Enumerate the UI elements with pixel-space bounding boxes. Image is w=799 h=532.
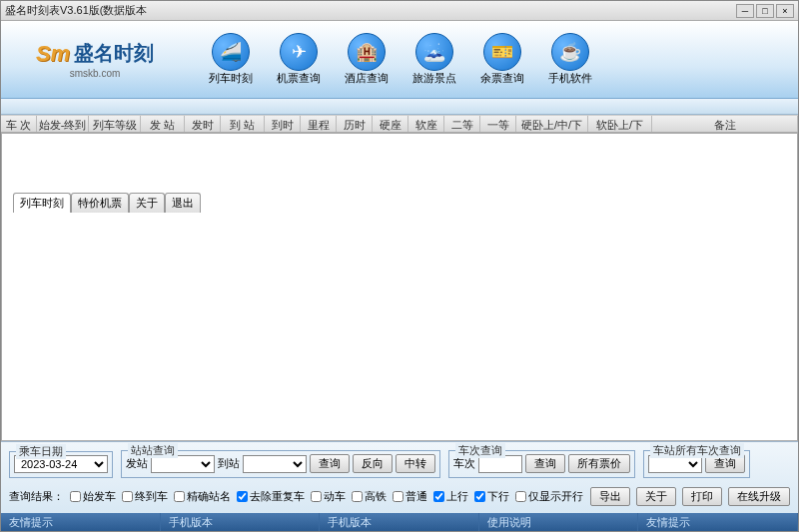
nav-label: 酒店查询 [345,71,389,86]
tab-discount-flights[interactable]: 特价机票 [71,193,129,213]
status-mobile2[interactable]: 手机版本 [320,513,479,531]
print-button[interactable]: 打印 [682,487,722,506]
tab-about[interactable]: 关于 [129,193,165,213]
nav-flight-query[interactable]: ✈机票查询 [277,33,321,86]
col-first-class[interactable]: 一等 [480,116,516,132]
chk-remove-dup[interactable]: 去除重复车 [237,489,305,504]
nav-scenic-spots[interactable]: 🗻旅游景点 [412,33,456,86]
result-label: 查询结果： [9,489,64,504]
chk-hsr[interactable]: 高铁 [352,489,387,504]
status-tips2[interactable]: 友情提示 [638,513,798,531]
nav-hotel-query[interactable]: 🏨酒店查询 [345,33,389,86]
station-query-button[interactable]: 查询 [310,454,350,473]
nav-label: 旅游景点 [412,71,456,86]
col-train-class[interactable]: 列车等级 [89,116,141,132]
to-label: 到站 [218,456,240,471]
chk-origin[interactable]: 始发车 [70,489,116,504]
logo-url: smskb.com [70,68,121,79]
minimize-button[interactable]: ─ [736,4,754,18]
chk-running-only[interactable]: 仅显示开行 [515,489,583,504]
all-price-button[interactable]: 所有票价 [568,454,630,473]
station-fieldset: 站站查询 发站 到站 查询 反向 中转 [121,450,440,478]
export-button[interactable]: 导出 [590,487,630,506]
col-depart-time[interactable]: 发时 [185,116,221,132]
status-mobile1[interactable]: 手机版本 [161,513,321,531]
train-query-label: 车次查询 [455,443,505,458]
nav-label: 手机软件 [548,71,592,86]
hotel-icon: 🏨 [348,33,386,71]
col-soft-sleeper[interactable]: 软卧上/下 [588,116,652,132]
logo-mark: Sm [36,41,70,67]
results-table[interactable] [1,133,798,441]
chk-terminal[interactable]: 终到车 [122,489,168,504]
to-station-select[interactable] [243,455,307,473]
reverse-button[interactable]: 反向 [353,454,393,473]
transfer-button[interactable]: 中转 [396,454,435,473]
logo: Sm 盛名时刻 smskb.com [1,40,181,79]
all-station-label: 车站所有车次查询 [650,443,744,458]
col-arrive-station[interactable]: 到 站 [221,116,265,132]
train-field-label: 车次 [453,456,475,471]
nav-mobile-app[interactable]: ☕手机软件 [548,33,592,86]
maximize-button[interactable]: □ [756,4,774,18]
all-station-fieldset: 车站所有车次查询 查询 [643,450,750,478]
col-depart-station[interactable]: 发 站 [141,116,185,132]
main-nav: 🚄列车时刻 ✈机票查询 🏨酒店查询 🗻旅游景点 🎫余票查询 ☕手机软件 [209,33,592,86]
col-distance[interactable]: 里程 [301,116,337,132]
ticket-icon: 🎫 [483,33,521,71]
logo-cn: 盛名时刻 [74,40,154,67]
col-second-class[interactable]: 二等 [444,116,480,132]
chk-up[interactable]: 上行 [433,489,468,504]
mobile-icon: ☕ [551,33,589,71]
scenic-icon: 🗻 [415,33,453,71]
nav-label: 余票查询 [480,71,524,86]
from-label: 发站 [126,456,148,471]
date-label: 乘车日期 [16,444,66,459]
train-icon: 🚄 [212,33,250,71]
tab-schedule[interactable]: 列车时刻 [13,193,71,213]
col-hard-seat[interactable]: 硬座 [373,116,408,132]
col-remark[interactable]: 备注 [652,116,798,132]
tab-strip: 列车时刻 特价机票 关于 退出 [1,99,798,115]
nav-train-schedule[interactable]: 🚄列车时刻 [209,33,253,86]
close-button[interactable]: × [776,4,794,18]
nav-label: 列车时刻 [209,71,253,86]
tab-exit[interactable]: 退出 [165,193,201,213]
nav-label: 机票查询 [277,71,321,86]
station-query-label: 站站查询 [128,443,178,458]
chk-emu[interactable]: 动车 [311,489,346,504]
query-panel: 乘车日期 2023-03-24 站站查询 发站 到站 查询 反向 中转 车次查询… [1,441,798,513]
chk-down[interactable]: 下行 [474,489,509,504]
titlebar: 盛名时刻表V3.61版(数据版本 ─ □ × [1,1,798,21]
table-header: 车 次 始发-终到 列车等级 发 站 发时 到 站 到时 里程 历时 硬座 软座… [1,115,798,133]
col-origin-dest[interactable]: 始发-终到 [37,116,89,132]
window-title: 盛名时刻表V3.61版(数据版本 [5,3,147,18]
header: Sm 盛名时刻 smskb.com 🚄列车时刻 ✈机票查询 🏨酒店查询 🗻旅游景… [1,21,798,99]
upgrade-button[interactable]: 在线升级 [728,487,790,506]
status-tips[interactable]: 友情提示 [1,513,161,531]
nav-ticket-query[interactable]: 🎫余票查询 [480,33,524,86]
col-arrive-time[interactable]: 到时 [265,116,301,132]
status-help[interactable]: 使用说明 [479,513,639,531]
plane-icon: ✈ [280,33,318,71]
col-duration[interactable]: 历时 [337,116,373,132]
col-train-no[interactable]: 车 次 [1,116,37,132]
train-fieldset: 车次查询 车次 查询 所有票价 [448,450,635,478]
col-hard-sleeper[interactable]: 硬卧上/中/下 [516,116,588,132]
date-fieldset: 乘车日期 2023-03-24 [9,451,113,478]
about-button[interactable]: 关于 [636,487,676,506]
train-query-button[interactable]: 查询 [525,454,565,473]
chk-exact-station[interactable]: 精确站名 [174,489,231,504]
statusbar: 友情提示 手机版本 手机版本 使用说明 友情提示 [1,513,798,531]
chk-normal[interactable]: 普通 [393,489,427,504]
col-soft-seat[interactable]: 软座 [408,116,444,132]
